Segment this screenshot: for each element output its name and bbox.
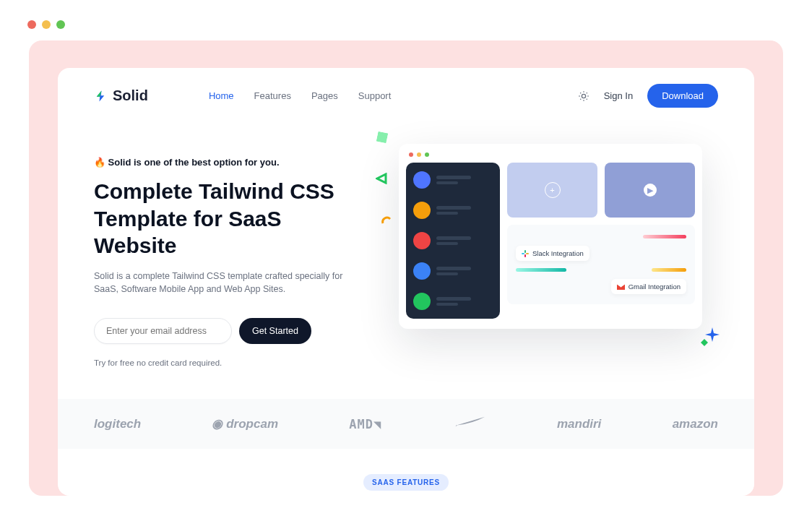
client-mandiri: mandiri (557, 417, 601, 431)
avatar-icon (413, 171, 431, 189)
get-started-button[interactable]: Get Started (239, 318, 311, 344)
download-button[interactable]: Download (647, 84, 718, 108)
gmail-icon (617, 284, 625, 290)
slack-chip: Slack Integration (516, 246, 589, 261)
mock-sidebar (406, 163, 500, 319)
svg-rect-5 (524, 254, 526, 257)
triangle-shape-icon (376, 173, 387, 184)
maximize-dot (56, 20, 65, 29)
page: Solid Home Features Pages Support Sign I… (58, 68, 754, 496)
svg-rect-3 (524, 250, 526, 253)
nav-pages[interactable]: Pages (311, 90, 338, 101)
mock-user-3 (413, 232, 493, 249)
nike-swoosh-icon (453, 415, 486, 429)
hero: 🔥 Solid is one of the best option for yo… (58, 115, 754, 367)
mock-integrations: Slack Integration Gmail Integration (507, 225, 695, 304)
client-dropcam: ◉ dropcam (212, 416, 278, 431)
square-shape-icon (376, 132, 389, 144)
slack-label: Slack Integration (532, 249, 584, 257)
mock-user-4 (413, 262, 493, 280)
client-amazon: amazon (673, 417, 718, 431)
avatar-icon (413, 232, 431, 249)
client-nike (453, 415, 486, 433)
browser-traffic-lights (0, 0, 812, 40)
gmail-chip: Gmail Integration (611, 279, 686, 294)
avatar-icon (413, 202, 431, 219)
hero-note: Try for free no credit card required. (94, 358, 361, 367)
minimize-dot (42, 20, 51, 29)
features-section: SAAS FEATURES (58, 475, 754, 488)
mock-body: + ▶ Slack Integration (406, 163, 695, 319)
diamond-shape-icon (701, 339, 708, 346)
frame-outer: Solid Home Features Pages Support Sign I… (29, 40, 783, 496)
nav-features[interactable]: Features (254, 90, 291, 101)
email-input[interactable] (94, 318, 232, 344)
nav-home[interactable]: Home (209, 90, 234, 101)
bar-teal (516, 268, 566, 272)
email-form: Get Started (94, 318, 361, 344)
nav-links: Home Features Pages Support (209, 90, 391, 101)
avatar-icon (413, 293, 431, 310)
nav-support[interactable]: Support (358, 90, 392, 101)
hero-eyebrow: 🔥 Solid is one of the best option for yo… (94, 157, 361, 168)
navbar: Solid Home Features Pages Support Sign I… (58, 68, 754, 115)
mock-panel-add: + (507, 163, 597, 218)
gmail-label: Gmail Integration (629, 283, 681, 291)
close-dot (27, 20, 36, 29)
client-amd: AMD◥ (349, 417, 381, 431)
svg-rect-2 (522, 253, 524, 254)
sun-icon[interactable] (578, 90, 589, 102)
mock-user-1 (413, 171, 493, 189)
hero-description: Solid is a complete Tailwind CSS templat… (94, 270, 347, 297)
mock-panel-play: ▶ (605, 163, 695, 218)
arc-shape-icon (381, 215, 392, 225)
bar-yellow (652, 268, 686, 272)
svg-rect-4 (526, 253, 529, 254)
mock-user-5 (413, 293, 493, 310)
slack-icon (522, 250, 529, 257)
mockup: + ▶ Slack Integration (399, 144, 702, 329)
svg-rect-1 (376, 132, 389, 144)
hero-left: 🔥 Solid is one of the best option for yo… (94, 139, 361, 367)
signin-link[interactable]: Sign In (604, 90, 633, 101)
play-icon: ▶ (644, 184, 657, 197)
hero-right: + ▶ Slack Integration (383, 139, 718, 367)
brand[interactable]: Solid (94, 87, 148, 104)
nav-right: Sign In Download (578, 84, 718, 108)
mock-content: + ▶ Slack Integration (507, 163, 695, 319)
features-tag: SAAS FEATURES (363, 474, 449, 491)
brand-name: Solid (113, 87, 148, 104)
clients-row: logitech ◉ dropcam AMD◥ mandiri amazon (58, 399, 754, 449)
mock-traffic-lights (406, 151, 695, 163)
mock-user-2 (413, 202, 493, 219)
plus-icon: + (545, 182, 561, 198)
svg-point-0 (582, 94, 585, 98)
mock-panels: + ▶ (507, 163, 695, 218)
avatar-icon (413, 262, 431, 280)
hero-heading-text: Complete Tailwind CSS Template for SaaS … (94, 179, 334, 257)
hero-heading: Complete Tailwind CSS Template for SaaS … (94, 178, 361, 259)
client-logitech: logitech (94, 417, 141, 431)
logo-icon (94, 90, 107, 103)
bar-red (643, 235, 686, 238)
